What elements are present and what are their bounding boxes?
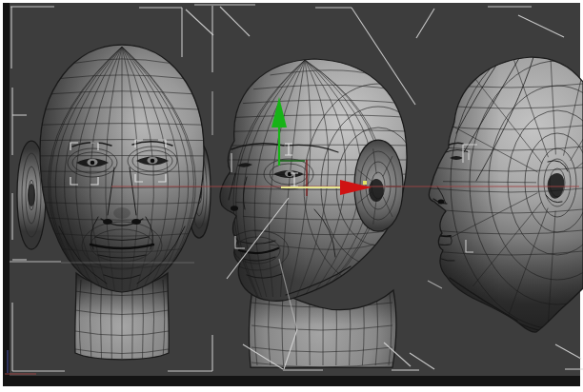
viewport-3d[interactable] xyxy=(0,0,583,392)
viewport-shadow-bottom xyxy=(3,376,580,386)
screenshot-frame xyxy=(0,0,583,392)
gizmo-tip-dot xyxy=(363,181,367,185)
viewport-shadow-left xyxy=(3,3,10,386)
